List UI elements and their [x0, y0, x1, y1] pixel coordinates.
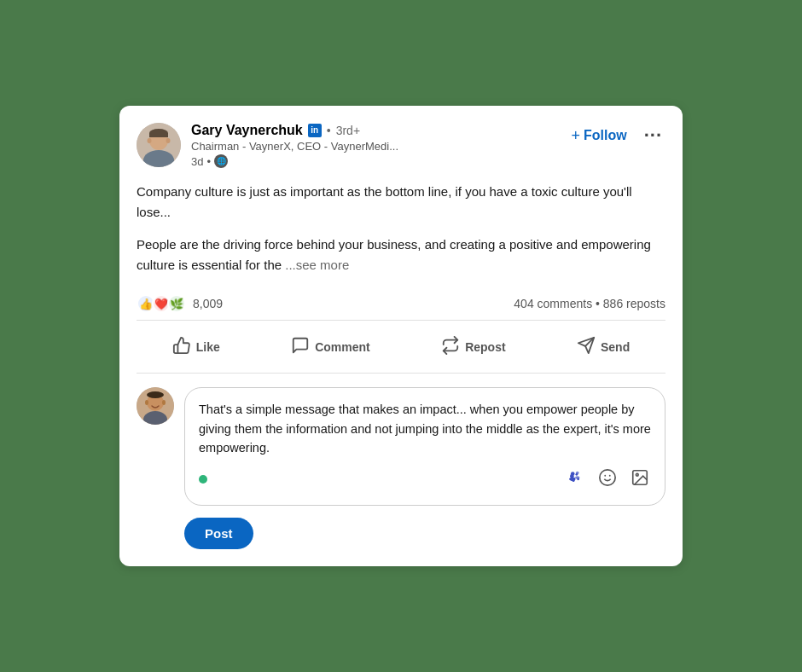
svg-point-24	[600, 470, 615, 485]
emoji-stack: 👍 ❤️ 🌿	[137, 294, 186, 313]
action-bar: Like Comment Repost	[137, 324, 665, 374]
svg-rect-4	[149, 133, 168, 137]
like-label: Like	[196, 340, 220, 354]
repost-icon	[441, 336, 460, 357]
svg-point-6	[166, 138, 171, 143]
svg-point-14	[162, 400, 166, 405]
post-content: Company culture is just as important as …	[137, 182, 665, 275]
svg-point-23	[575, 476, 580, 479]
clap-emoji: 🌿	[167, 294, 186, 313]
see-more-link[interactable]: ...see more	[282, 258, 349, 272]
author-degree: 3rd+	[336, 124, 360, 137]
send-icon	[577, 336, 596, 357]
comment-footer	[199, 466, 651, 493]
degree-separator: •	[327, 124, 331, 137]
svg-point-5	[148, 138, 152, 143]
comment-label: Comment	[315, 340, 370, 354]
post-submit-button[interactable]: Post	[184, 518, 253, 549]
repost-button[interactable]: Repost	[431, 329, 515, 364]
svg-point-13	[145, 400, 148, 405]
post-button-row: Post	[137, 518, 665, 549]
svg-point-25	[604, 474, 606, 476]
svg-point-20	[571, 472, 575, 476]
header-actions: + Follow ···	[566, 123, 665, 148]
reaction-count: 8,009	[193, 297, 223, 310]
post-paragraph-2: People are the driving force behind your…	[137, 235, 665, 275]
reaction-icons: 👍 ❤️ 🌿 8,009	[137, 294, 223, 313]
comment-button[interactable]: Comment	[281, 329, 381, 364]
reactions-row: 👍 ❤️ 🌿 8,009 404 comments • 886 reposts	[137, 287, 665, 321]
author-avatar	[137, 123, 181, 167]
commenter-avatar	[137, 387, 174, 425]
comment-input-box[interactable]: That's a simple message that makes an im…	[184, 387, 665, 505]
online-indicator	[199, 475, 207, 484]
like-button[interactable]: Like	[162, 329, 230, 364]
post-paragraph-1: Company culture is just as important as …	[137, 182, 665, 223]
dot-sep2: •	[206, 155, 211, 168]
globe-icon: 🌐	[214, 154, 228, 168]
emoji-button[interactable]	[596, 466, 619, 493]
post-time: 3d	[191, 155, 203, 168]
post-card: Gary Vaynerchuk in • 3rd+ Chairman - Vay…	[119, 106, 683, 565]
follow-button[interactable]: + Follow	[566, 124, 631, 148]
follow-label: Follow	[584, 128, 627, 143]
svg-point-28	[636, 473, 638, 476]
author-name: Gary Vaynerchuk	[191, 123, 303, 138]
svg-point-12	[147, 391, 164, 398]
svg-point-26	[609, 474, 611, 476]
follow-plus: +	[571, 127, 580, 145]
comment-area: That's a simple message that makes an im…	[137, 387, 665, 505]
author-title: Chairman - VaynerX, CEO - VaynerMedi...	[191, 140, 555, 153]
comments-reposts: 404 comments • 886 reposts	[514, 297, 665, 310]
svg-point-21	[570, 477, 575, 481]
author-info: Gary Vaynerchuk in • 3rd+ Chairman - Vay…	[191, 123, 555, 168]
send-label: Send	[601, 340, 630, 354]
more-options-button[interactable]: ···	[641, 123, 665, 148]
image-button[interactable]	[629, 466, 651, 493]
svg-point-22	[576, 471, 579, 474]
comment-text: That's a simple message that makes an im…	[199, 400, 651, 457]
comment-icon	[291, 336, 310, 357]
linkedin-badge: in	[308, 124, 322, 137]
send-button[interactable]: Send	[567, 329, 640, 364]
post-time-row: 3d • 🌐	[191, 154, 555, 168]
repost-label: Repost	[465, 340, 505, 354]
like-icon	[172, 336, 191, 357]
post-header: Gary Vaynerchuk in • 3rd+ Chairman - Vay…	[137, 123, 665, 168]
mention-button[interactable]	[564, 466, 586, 493]
